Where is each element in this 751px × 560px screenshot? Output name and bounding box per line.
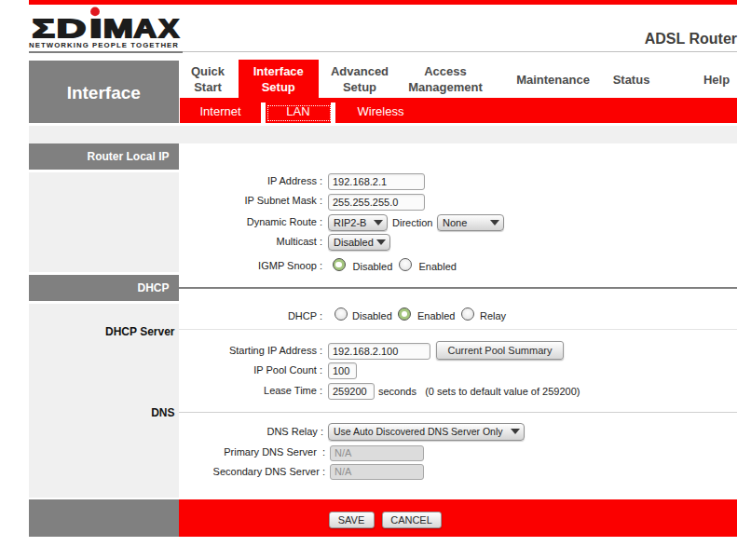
svg-text:D: D [56,15,86,44]
svg-text:NETWORKING PEOPLE TOGETHER: NETWORKING PEOPLE TOGETHER [29,41,178,49]
svg-text:X: X [159,14,180,42]
svg-text:A: A [134,14,157,43]
svg-text:M: M [103,15,133,43]
svg-text:I: I [89,14,102,42]
svg-text:Σ: Σ [32,15,54,43]
